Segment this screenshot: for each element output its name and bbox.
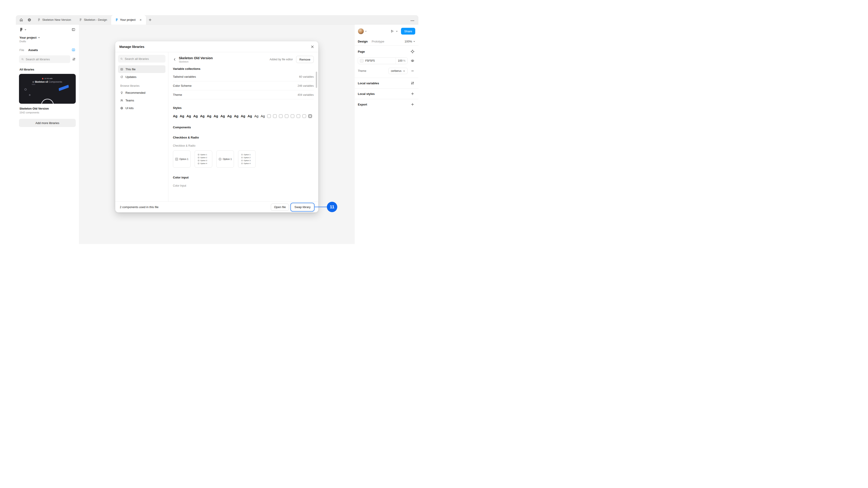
nav-item-label: Recommended xyxy=(125,91,145,94)
checkbox-radio-heading: Checkbox & Radio xyxy=(173,136,314,139)
scrollbar-thumb[interactable] xyxy=(316,72,317,88)
play-icon xyxy=(391,29,394,33)
close-icon xyxy=(311,45,314,48)
checkbox-icon xyxy=(198,163,199,164)
community-button[interactable] xyxy=(25,15,33,25)
local-variables-row: Local variables xyxy=(358,78,415,88)
toggle-sidebar-button[interactable] xyxy=(72,28,75,31)
nav-item-updates[interactable]: Updates xyxy=(118,73,165,80)
checkbox-option: Option 1 xyxy=(198,154,207,156)
tab-label: Your project xyxy=(120,18,135,22)
zoom-control[interactable]: 100% xyxy=(405,40,415,43)
chevron-down-icon xyxy=(413,40,415,42)
tab-skeleton-design[interactable]: Skeleton - Design xyxy=(75,15,111,25)
modal-header: Manage libraries xyxy=(115,41,318,52)
modal-search-input[interactable] xyxy=(125,57,163,61)
library-search-field[interactable] xyxy=(19,55,70,63)
theme-select[interactable]: cerberus xyxy=(388,68,408,74)
nav-item-this-file[interactable]: This file xyxy=(118,65,165,73)
local-variables-heading: Local variables xyxy=(358,82,379,85)
swap-library-button[interactable]: Swap library xyxy=(291,203,314,211)
chevron-down-icon xyxy=(24,29,26,31)
chevron-left-icon xyxy=(173,58,177,61)
tab-your-project[interactable]: Your project × xyxy=(111,15,146,25)
library-search-input[interactable] xyxy=(26,58,68,61)
close-modal-button[interactable] xyxy=(311,45,314,48)
checkbox-option: Option 3 xyxy=(198,160,207,162)
text-style-sample-bold: Ag xyxy=(241,114,245,118)
project-title: Your project xyxy=(20,36,37,39)
color-swatch[interactable] xyxy=(360,59,364,63)
style-swatch xyxy=(267,114,271,118)
canvas[interactable]: Manage libraries This file xyxy=(79,25,355,244)
collection-name: Tailwind variables xyxy=(173,75,196,78)
close-tab-button[interactable]: × xyxy=(139,18,142,22)
main-menu[interactable] xyxy=(20,28,26,31)
minus-icon xyxy=(411,69,414,73)
tab-design[interactable]: Design xyxy=(358,40,368,43)
visibility-toggle[interactable] xyxy=(410,58,415,64)
back-button[interactable] xyxy=(173,58,177,61)
checkbox-icon xyxy=(198,160,199,161)
component-card-radio-group[interactable]: Option 1 Option 2 Option 3 Option 4 xyxy=(238,151,256,168)
tab-skeleton-new-version[interactable]: Skeleton New Version xyxy=(33,15,75,25)
add-more-libraries-button[interactable]: Add more libraries xyxy=(19,119,76,127)
remove-theme-button[interactable] xyxy=(410,68,415,74)
modal-search-field[interactable] xyxy=(118,55,165,63)
component-card-checkbox-group[interactable]: Option 1 Option 2 Option 3 Option 4 xyxy=(195,151,212,168)
nav-item-teams[interactable]: Teams xyxy=(118,96,165,104)
lightbulb-icon xyxy=(120,91,123,94)
home-button[interactable] xyxy=(17,15,25,25)
tab-file[interactable]: File xyxy=(20,48,24,52)
styles-icon xyxy=(411,50,414,53)
avatar xyxy=(358,28,364,34)
project-switcher[interactable]: Your project xyxy=(19,36,76,39)
present-options-button[interactable] xyxy=(395,29,399,33)
component-previews: Option 1 Option 1 Option 2 Option 3 Opti… xyxy=(173,151,314,168)
more-options-button[interactable]: … xyxy=(408,15,416,25)
tab-prototype[interactable]: Prototype xyxy=(372,40,384,43)
variable-collections-heading: Variable collections xyxy=(173,67,314,70)
text-style-sample-bold: Ag xyxy=(207,114,211,118)
add-style-button[interactable] xyxy=(410,91,415,96)
nav-item-ui-kits[interactable]: UI kits xyxy=(118,104,165,112)
callout-connector-line xyxy=(314,207,328,207)
radio-icon xyxy=(241,160,243,161)
text-style-sample-bold: Ag xyxy=(186,114,191,118)
page-styles-button[interactable] xyxy=(410,49,415,54)
share-button[interactable]: Share xyxy=(401,28,415,35)
open-variables-button[interactable] xyxy=(410,80,415,86)
thumbnail-shape-arc xyxy=(41,99,54,104)
add-export-button[interactable] xyxy=(410,102,415,107)
user-menu[interactable] xyxy=(358,28,367,34)
page-color-field[interactable]: F5F5F5 100 % xyxy=(358,57,408,64)
remove-library-button[interactable]: Remove xyxy=(296,56,314,63)
libraries-button[interactable] xyxy=(72,48,75,52)
nav-item-recommended[interactable]: Recommended xyxy=(118,89,165,96)
component-card-radio[interactable]: Option 1 xyxy=(216,151,234,168)
browse-libraries-heading: Browse libraries xyxy=(120,84,163,88)
checkbox-icon xyxy=(198,154,199,156)
page-color-row: F5F5F5 100 % xyxy=(358,57,415,64)
globe-icon xyxy=(28,18,31,22)
library-name: Skeleton Old Version xyxy=(19,107,76,110)
new-tab-button[interactable] xyxy=(146,15,154,25)
component-card-checkbox[interactable]: Option 1 xyxy=(173,151,191,168)
right-sidebar: Share Design Prototype 100% Page xyxy=(355,25,418,244)
tab-strip: Skeleton New Version Skeleton - Design Y… xyxy=(16,15,418,25)
modal-nav: This file Updates Browse libraries Recom… xyxy=(115,52,168,201)
components-used-summary: 2 components used in this file xyxy=(120,205,158,209)
tab-assets[interactable]: Assets xyxy=(28,48,38,52)
tab-label: Skeleton New Version xyxy=(42,18,71,22)
library-thumbnail[interactable]: UI Kit with Skeleton v3 Components xyxy=(19,74,76,104)
annotation-badge-11: 11 xyxy=(327,202,337,212)
present-button[interactable] xyxy=(390,29,395,34)
figma-file-icon xyxy=(79,18,82,21)
filter-button[interactable] xyxy=(72,57,76,61)
checkbox-icon xyxy=(198,157,199,158)
chevron-down-icon xyxy=(396,30,398,32)
open-file-button[interactable]: Open file xyxy=(271,203,289,211)
opacity-field[interactable]: 100 % xyxy=(396,58,405,64)
collection-count: 60 variables xyxy=(299,75,314,78)
thumbnail-shape-dot xyxy=(29,94,31,96)
